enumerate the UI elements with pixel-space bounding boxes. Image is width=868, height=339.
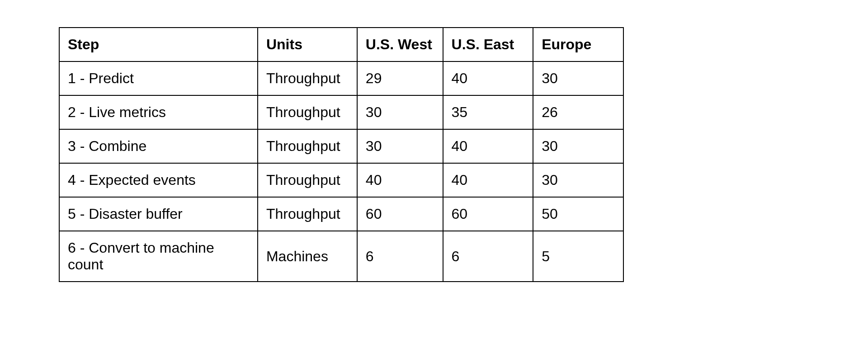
cell-units: Throughput <box>258 129 357 163</box>
table-row: 4 - Expected events Throughput 40 40 30 <box>59 163 623 197</box>
table-header-row: Step Units U.S. West U.S. East Europe <box>59 28 623 61</box>
cell-us-west: 30 <box>357 95 443 129</box>
cell-step: 6 - Convert to machine count <box>59 231 258 282</box>
cell-us-west: 6 <box>357 231 443 282</box>
cell-us-west: 30 <box>357 129 443 163</box>
cell-units: Throughput <box>258 61 357 95</box>
cell-step: 4 - Expected events <box>59 163 258 197</box>
table-row: 2 - Live metrics Throughput 30 35 26 <box>59 95 623 129</box>
header-us-west: U.S. West <box>357 28 443 61</box>
cell-us-east: 60 <box>443 197 533 231</box>
cell-europe: 26 <box>533 95 623 129</box>
cell-us-east: 40 <box>443 163 533 197</box>
header-us-east: U.S. East <box>443 28 533 61</box>
cell-us-east: 40 <box>443 129 533 163</box>
cell-europe: 30 <box>533 61 623 95</box>
cell-step: 2 - Live metrics <box>59 95 258 129</box>
cell-us-west: 29 <box>357 61 443 95</box>
table-row: 1 - Predict Throughput 29 40 30 <box>59 61 623 95</box>
header-europe: Europe <box>533 28 623 61</box>
table-row: 6 - Convert to machine count Machines 6 … <box>59 231 623 282</box>
cell-us-east: 6 <box>443 231 533 282</box>
cell-units: Throughput <box>258 197 357 231</box>
cell-step: 3 - Combine <box>59 129 258 163</box>
cell-us-west: 60 <box>357 197 443 231</box>
cell-units: Throughput <box>258 163 357 197</box>
cell-europe: 50 <box>533 197 623 231</box>
cell-step: 5 - Disaster buffer <box>59 197 258 231</box>
table-row: 5 - Disaster buffer Throughput 60 60 50 <box>59 197 623 231</box>
cell-units: Throughput <box>258 95 357 129</box>
cell-us-east: 35 <box>443 95 533 129</box>
header-step: Step <box>59 28 258 61</box>
cell-units: Machines <box>258 231 357 282</box>
cell-step: 1 - Predict <box>59 61 258 95</box>
cell-europe: 30 <box>533 129 623 163</box>
table-row: 3 - Combine Throughput 30 40 30 <box>59 129 623 163</box>
cell-us-east: 40 <box>443 61 533 95</box>
cell-us-west: 40 <box>357 163 443 197</box>
header-units: Units <box>258 28 357 61</box>
cell-europe: 30 <box>533 163 623 197</box>
capacity-planning-table: Step Units U.S. West U.S. East Europe 1 … <box>59 27 624 282</box>
cell-europe: 5 <box>533 231 623 282</box>
